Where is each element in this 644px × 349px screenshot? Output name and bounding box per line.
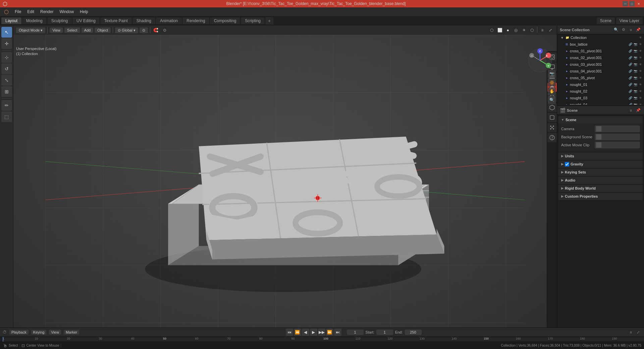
tab-texture-paint[interactable]: Texture Paint — [100, 17, 132, 24]
outliner-settings-icon[interactable]: ⚙ — [621, 27, 627, 33]
timeline-pin-icon[interactable]: ⤢ — [635, 329, 641, 335]
tool-select[interactable]: ↖ — [1, 27, 12, 38]
jump-end-btn[interactable]: ⏭ — [334, 329, 341, 336]
snap-icon[interactable]: 🧲 — [152, 27, 160, 34]
viewport-object-btn[interactable]: Object — [95, 28, 111, 33]
viewport-pan-btn[interactable]: ✋ — [548, 87, 556, 95]
prop-tab-physics[interactable] — [547, 133, 557, 142]
minimize-button[interactable]: ─ — [623, 1, 628, 6]
outliner-item-nought03[interactable]: ▸ nought_03 🔗 📷 👁 — [557, 95, 644, 101]
viewport-global-btn[interactable]: ⊙ Global ▾ — [115, 28, 138, 33]
editor-type-icon[interactable]: ≡ — [539, 27, 546, 34]
outliner-pin-icon[interactable]: 📌 — [635, 27, 641, 33]
outliner-link-icon[interactable]: 🔗 — [628, 42, 633, 47]
tool-move[interactable]: ⊹ — [1, 52, 12, 63]
current-frame-input[interactable] — [347, 330, 364, 335]
solid-mode-icon[interactable]: ● — [504, 27, 512, 34]
prop-tab-particles[interactable] — [547, 123, 557, 132]
3d-viewport[interactable]: Object Mode ▾ View Select Add Object ⊙ G… — [13, 26, 557, 334]
blender-logo[interactable]: ⬡ — [1, 8, 11, 16]
timeline-ruler[interactable]: 1 10 20 30 40 50 60 70 80 90 100 110 120… — [3, 337, 644, 342]
menu-render[interactable]: Render — [38, 9, 56, 15]
overlays-icon[interactable]: ⬡ — [488, 27, 495, 34]
background-scene-picker[interactable] — [595, 134, 640, 140]
timeline-type-icon2[interactable]: ≡ — [628, 329, 634, 335]
outliner-filter-icon[interactable]: 🔍 — [613, 27, 619, 33]
outliner-item-nought01[interactable]: ▸ nought_01 🔗 📷 👁 — [557, 81, 644, 88]
viewport-view-btn[interactable]: View — [50, 28, 63, 33]
tab-layout[interactable]: Layout — [1, 17, 21, 24]
outliner-item-box-lattice[interactable]: ⊞ box_lattice 🔗 📷 👁 — [557, 41, 644, 48]
menu-file[interactable]: File — [12, 9, 24, 15]
outliner-camera-icon[interactable]: 📷 — [633, 42, 638, 47]
viewport-add-btn[interactable]: Add — [82, 28, 94, 33]
gravity-section-header[interactable]: ▶ Gravity — [558, 160, 643, 168]
outliner-item-collection[interactable]: ▼ 📁 Collection 👁 — [557, 34, 644, 41]
outliner-vis-icon[interactable]: 👁 — [638, 35, 643, 40]
wireframe-mode-icon[interactable]: ⬡ — [528, 27, 536, 34]
prop-panel-pin-icon[interactable]: 📌 — [635, 107, 641, 113]
tab-uv-editing[interactable]: UV Editing — [72, 17, 100, 24]
tab-sculpting[interactable]: Sculpting — [47, 17, 72, 24]
timeline-type-icon[interactable]: ⏱ — [3, 330, 7, 335]
outliner-item-cross04[interactable]: ▸ cross_04_pivot.001 🔗 📷 👁 — [557, 68, 644, 74]
fullscreen-icon[interactable]: ⤢ — [547, 27, 554, 34]
tool-measure[interactable]: ⬚ — [1, 111, 12, 122]
tool-cursor[interactable]: ✛ — [1, 38, 12, 49]
rendered-mode-icon[interactable]: ☀ — [520, 27, 528, 34]
material-mode-icon[interactable]: ◎ — [512, 27, 520, 34]
play-btn[interactable]: ▶ — [310, 329, 317, 336]
viewport-select-btn[interactable]: Select — [64, 28, 80, 33]
tool-scale[interactable]: ⤡ — [1, 75, 12, 86]
xray-icon[interactable]: ⬜ — [496, 27, 503, 34]
scene-section-header[interactable]: ▼ Scene — [558, 116, 643, 123]
viewport-camera-btn[interactable]: 📷 — [548, 70, 556, 78]
close-button[interactable]: ✕ — [636, 1, 641, 6]
outliner-camera-icon2[interactable]: 📷 — [633, 49, 638, 53]
viewport-mode-btn[interactable]: Object Mode ▾ — [16, 28, 45, 33]
scene-selector[interactable]: Scene — [597, 17, 615, 24]
maximize-button[interactable]: □ — [629, 1, 635, 6]
outliner-link-icon2[interactable]: 🔗 — [628, 49, 633, 53]
tool-transform[interactable]: ⊞ — [1, 86, 12, 97]
prev-keyframe-btn[interactable]: ⏪ — [294, 329, 301, 336]
start-frame-input[interactable] — [376, 330, 393, 335]
next-frame-btn[interactable]: ▶▶ — [318, 329, 325, 336]
scene-canvas[interactable]: User Perspective (Local) (1) Collection … — [13, 35, 557, 334]
tool-rotate[interactable]: ↺ — [1, 63, 12, 74]
prop-panel-type-icon[interactable]: ≡ — [628, 107, 634, 113]
keying-btn[interactable]: Keying — [31, 330, 47, 335]
playback-btn[interactable]: Playback — [9, 330, 29, 335]
viewport-render-btn[interactable]: 🔆 — [548, 79, 556, 87]
tab-shading[interactable]: Shading — [132, 17, 155, 24]
tool-annotate[interactable]: ✏ — [1, 100, 12, 111]
outliner-item-nought02[interactable]: ▸ nought_02 🔗 📷 👁 — [557, 88, 644, 95]
outliner-item-cross01[interactable]: ▸ cross_01_pivot.001 🔗 📷 👁 — [557, 48, 644, 54]
gravity-checkbox[interactable] — [565, 162, 569, 166]
timeline-view-btn[interactable]: View — [49, 330, 61, 335]
add-workspace-button[interactable]: + — [265, 17, 273, 24]
outliner-item-cross05[interactable]: ▸ cross_05_pivot 🔗 📷 👁 — [557, 74, 644, 81]
end-frame-input[interactable] — [405, 330, 422, 335]
outliner-vis-icon2[interactable]: 👁 — [638, 42, 643, 47]
tab-scripting[interactable]: Scripting — [241, 17, 265, 24]
camera-picker[interactable] — [595, 126, 640, 132]
viewport-pivot-btn[interactable]: ⊙ — [140, 28, 148, 33]
outliner-vis-icon3[interactable]: 👁 — [638, 49, 643, 53]
viewport-search-btn[interactable]: 🔍 — [548, 96, 556, 104]
keying-sets-section-header[interactable]: ▶ Keying Sets — [558, 168, 643, 176]
marker-btn[interactable]: Marker — [64, 330, 79, 335]
menu-edit[interactable]: Edit — [24, 9, 37, 15]
outliner-item-cross02[interactable]: ▸ cross_02_pivot.001 🔗 📷 👁 — [557, 54, 644, 61]
active-movie-clip-picker[interactable] — [595, 142, 640, 148]
prop-tab-modifier[interactable] — [547, 113, 557, 122]
tab-animation[interactable]: Animation — [156, 17, 182, 24]
proportional-edit-icon[interactable]: ⊙ — [161, 27, 168, 34]
view-layer-selector[interactable]: View Layer — [616, 17, 643, 24]
menu-help[interactable]: Help — [77, 9, 91, 15]
outliner-type-icon[interactable]: ≡ — [628, 27, 634, 33]
tab-modeling[interactable]: Modeling — [22, 17, 47, 24]
rigid-body-section-header[interactable]: ▶ Rigid Body World — [558, 185, 643, 192]
outliner-item-cross03[interactable]: ▸ cross_03_pivot.001 🔗 📷 👁 — [557, 61, 644, 68]
next-keyframe-btn[interactable]: ⏩ — [326, 329, 333, 336]
